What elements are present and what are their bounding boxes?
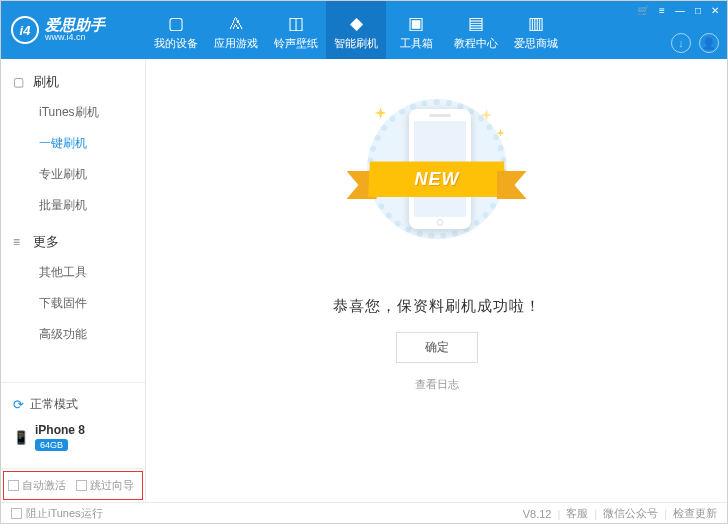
options-highlight: 自动激活 跳过向导 bbox=[3, 471, 143, 500]
nav-icon: ▥ bbox=[528, 13, 544, 34]
update-link[interactable]: 检查更新 bbox=[673, 506, 717, 521]
nav-label: 智能刷机 bbox=[334, 36, 378, 51]
sidebar-scroll: ▢ 刷机 iTunes刷机一键刷机专业刷机批量刷机 ≡ 更多 其他工具下载固件高… bbox=[1, 59, 145, 382]
footer-right: V8.12 | 客服 | 微信公众号 | 检查更新 bbox=[523, 506, 717, 521]
storage-badge: 64GB bbox=[35, 439, 68, 451]
nav-icon: ▤ bbox=[468, 13, 484, 34]
nav-label: 铃声壁纸 bbox=[274, 36, 318, 51]
nav-label: 爱思商城 bbox=[514, 36, 558, 51]
sidebar-item[interactable]: 一键刷机 bbox=[1, 128, 145, 159]
device-row[interactable]: 📱 iPhone 8 64GB bbox=[11, 418, 135, 456]
sidebar-category-flash: ▢ 刷机 bbox=[1, 67, 145, 97]
phone-icon: 📱 bbox=[13, 430, 29, 445]
titlebar-controls: 🛒 ≡ — □ ✕ bbox=[633, 3, 723, 18]
checkbox-box bbox=[8, 480, 19, 491]
nav-label: 教程中心 bbox=[454, 36, 498, 51]
sidebar-item[interactable]: 下载固件 bbox=[1, 288, 145, 319]
sidebar: ▢ 刷机 iTunes刷机一键刷机专业刷机批量刷机 ≡ 更多 其他工具下载固件高… bbox=[1, 59, 146, 502]
checkbox-label: 阻止iTunes运行 bbox=[26, 506, 103, 521]
success-message: 恭喜您，保资料刷机成功啦！ bbox=[333, 297, 541, 316]
minimize-button[interactable]: — bbox=[671, 3, 689, 18]
nav-icon: ▢ bbox=[168, 13, 184, 34]
checkbox-label: 跳过向导 bbox=[90, 478, 134, 493]
ribbon-text: NEW bbox=[368, 161, 506, 197]
sidebar-options: 自动激活 跳过向导 bbox=[1, 468, 145, 502]
mode-label: 正常模式 bbox=[30, 396, 78, 413]
mode-row[interactable]: ⟳ 正常模式 bbox=[11, 391, 135, 418]
logo-text: 爱思助手 www.i4.cn bbox=[45, 17, 105, 43]
maximize-button[interactable]: □ bbox=[691, 3, 705, 18]
category-label: 更多 bbox=[33, 233, 59, 251]
category-label: 刷机 bbox=[33, 73, 59, 91]
sidebar-item[interactable]: 高级功能 bbox=[1, 319, 145, 350]
status-bar: 阻止iTunes运行 V8.12 | 客服 | 微信公众号 | 检查更新 bbox=[1, 502, 727, 524]
mode-icon: ⟳ bbox=[13, 397, 24, 412]
version-label: V8.12 bbox=[523, 508, 552, 520]
sidebar-item[interactable]: iTunes刷机 bbox=[1, 97, 145, 128]
new-ribbon: NEW bbox=[347, 161, 527, 205]
device-name: iPhone 8 bbox=[35, 423, 85, 437]
checkbox-label: 自动激活 bbox=[22, 478, 66, 493]
nav-tab[interactable]: ▢我的设备 bbox=[146, 1, 206, 59]
auto-activate-checkbox[interactable]: 自动激活 bbox=[8, 478, 66, 493]
nav-label: 我的设备 bbox=[154, 36, 198, 51]
main-nav: ▢我的设备⩓应用游戏◫铃声壁纸◆智能刷机▣工具箱▤教程中心▥爱思商城 bbox=[146, 1, 566, 59]
success-illustration: NEW bbox=[327, 99, 547, 279]
nav-tab[interactable]: ▥爱思商城 bbox=[506, 1, 566, 59]
close-button[interactable]: ✕ bbox=[707, 3, 723, 18]
sidebar-item[interactable]: 批量刷机 bbox=[1, 190, 145, 221]
header-right: ↓ 👤 bbox=[671, 33, 719, 53]
sidebar-category-more: ≡ 更多 bbox=[1, 227, 145, 257]
app-header: i4 爱思助手 www.i4.cn ▢我的设备⩓应用游戏◫铃声壁纸◆智能刷机▣工… bbox=[1, 1, 727, 59]
sidebar-bottom: ⟳ 正常模式 📱 iPhone 8 64GB bbox=[1, 382, 145, 464]
nav-tab[interactable]: ◫铃声壁纸 bbox=[266, 1, 326, 59]
nav-icon: ⩓ bbox=[228, 14, 245, 34]
nav-icon: ▣ bbox=[408, 13, 424, 34]
nav-label: 工具箱 bbox=[400, 36, 433, 51]
skip-wizard-checkbox[interactable]: 跳过向导 bbox=[76, 478, 134, 493]
checkbox-box bbox=[11, 508, 22, 519]
sidebar-item[interactable]: 其他工具 bbox=[1, 257, 145, 288]
nav-icon: ◫ bbox=[288, 13, 304, 34]
nav-tab[interactable]: ⩓应用游戏 bbox=[206, 1, 266, 59]
body: ▢ 刷机 iTunes刷机一键刷机专业刷机批量刷机 ≡ 更多 其他工具下载固件高… bbox=[1, 59, 727, 502]
main-content: NEW 恭喜您，保资料刷机成功啦！ 确定 查看日志 bbox=[146, 59, 727, 502]
logo-icon: i4 bbox=[11, 16, 39, 44]
download-button[interactable]: ↓ bbox=[671, 33, 691, 53]
view-log-link[interactable]: 查看日志 bbox=[415, 377, 459, 392]
flash-icon: ▢ bbox=[13, 75, 27, 89]
menu-icon[interactable]: ≡ bbox=[655, 3, 669, 18]
more-icon: ≡ bbox=[13, 235, 27, 249]
confirm-button[interactable]: 确定 bbox=[396, 332, 478, 363]
nav-icon: ◆ bbox=[350, 13, 363, 34]
checkbox-box bbox=[76, 480, 87, 491]
brand-name: 爱思助手 bbox=[45, 17, 105, 34]
logo[interactable]: i4 爱思助手 www.i4.cn bbox=[1, 16, 146, 44]
user-button[interactable]: 👤 bbox=[699, 33, 719, 53]
nav-tab[interactable]: ◆智能刷机 bbox=[326, 1, 386, 59]
wechat-link[interactable]: 微信公众号 bbox=[603, 506, 658, 521]
nav-label: 应用游戏 bbox=[214, 36, 258, 51]
nav-tab[interactable]: ▤教程中心 bbox=[446, 1, 506, 59]
nav-tab[interactable]: ▣工具箱 bbox=[386, 1, 446, 59]
brand-url: www.i4.cn bbox=[45, 33, 105, 43]
cart-icon[interactable]: 🛒 bbox=[633, 3, 653, 18]
sidebar-group-flash: iTunes刷机一键刷机专业刷机批量刷机 bbox=[1, 97, 145, 221]
sidebar-group-more: 其他工具下载固件高级功能 bbox=[1, 257, 145, 350]
support-link[interactable]: 客服 bbox=[566, 506, 588, 521]
block-itunes-checkbox[interactable]: 阻止iTunes运行 bbox=[11, 506, 103, 521]
sidebar-item[interactable]: 专业刷机 bbox=[1, 159, 145, 190]
